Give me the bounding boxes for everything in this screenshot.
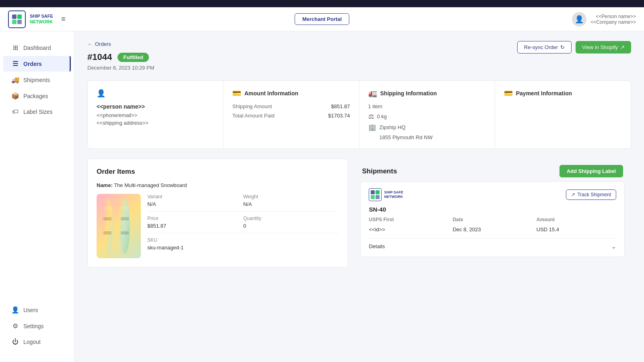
svg-rect-16 [376, 190, 380, 194]
total-amount-row: Total Amount Paid $1703.74 [232, 113, 350, 119]
layout: ⊞ Dashboard ☰ Orders 🚚 Shipments 📦 Packa… [0, 31, 644, 362]
sidebar-item-users[interactable]: 👤 Users [3, 302, 71, 318]
packages-icon: 📦 [11, 92, 19, 100]
chevron-down-icon[interactable]: ⌄ [611, 243, 616, 250]
sku-label: SKU [147, 237, 339, 243]
svg-rect-7 [103, 231, 111, 234]
sku-value: sku-managed-1 [147, 245, 339, 251]
sidebar-item-orders[interactable]: ☰ Orders [3, 56, 71, 72]
header-right: 👤 <<Person name>> <<Company name>> [572, 12, 636, 27]
shipment-table-row: <<id>> Dec 8, 2023 USD 15.4 [369, 226, 616, 232]
sidebar-item-packages[interactable]: 📦 Packages [3, 88, 71, 104]
svg-rect-18 [376, 195, 380, 199]
sidebar-item-settings[interactable]: ⚙ Settings [3, 318, 71, 334]
breadcrumb: ← Orders [87, 41, 154, 47]
customer-card-header: 👤 [97, 89, 214, 98]
svg-rect-12 [121, 231, 129, 234]
svg-rect-1 [17, 14, 22, 19]
name-label: Name: [97, 182, 113, 188]
customer-name: <<person name>> [97, 103, 214, 110]
track-icon: ↗ [571, 192, 575, 197]
weight-value: 0 kg [377, 113, 387, 119]
shipment-amount: USD 15.4 [537, 226, 616, 232]
shipments-header: Shipments Add Shipping Label [354, 158, 631, 181]
sidebar: ⊞ Dashboard ☰ Orders 🚚 Shipments 📦 Packa… [0, 31, 74, 362]
order-header: #1044 Fulfilled [87, 52, 154, 62]
sidebar-label-packages: Packages [23, 93, 48, 99]
variant-group: Variant N/A [147, 194, 243, 207]
svg-rect-6 [103, 217, 111, 220]
shipment-card-header: SHIP SAFE NETWORK ↗ Track Shipment [369, 188, 616, 201]
logout-icon: ⏻ [11, 338, 19, 346]
price-value: $851.87 [147, 223, 243, 229]
orders-icon: ☰ [11, 60, 19, 68]
sidebar-label-settings: Settings [23, 323, 44, 329]
shipping-amount-row: Shipping Amount $851.87 [232, 103, 350, 109]
weight-icon: ⚖ [368, 113, 374, 120]
logo-text: SHIP SAFE NETWORK [30, 14, 53, 24]
sidebar-item-shipments[interactable]: 🚚 Shipments [3, 72, 71, 88]
weight-group: Weight N/A [243, 194, 339, 207]
shipments-title: Shipments [362, 167, 397, 175]
bottom-layout: Order Items Name: The Multi-managed Snow… [87, 158, 631, 267]
svg-rect-2 [12, 20, 17, 24]
order-items-section: Order Items Name: The Multi-managed Snow… [87, 158, 348, 267]
shipping-amount-label: Shipping Amount [232, 103, 272, 109]
order-number: #1044 [87, 52, 112, 62]
customer-phone-email: <<phone/email>> [97, 112, 214, 118]
shipments-icon: 🚚 [11, 76, 19, 84]
sidebar-top: ⊞ Dashboard ☰ Orders 🚚 Shipments 📦 Packa… [0, 39, 74, 120]
resync-icon: ↻ [560, 44, 565, 50]
sidebar-item-label-sizes[interactable]: 🏷 Label Sizes [3, 104, 71, 119]
svg-rect-17 [371, 195, 375, 199]
sidebar-item-logout[interactable]: ⏻ Logout [3, 334, 71, 350]
variant-label: Variant [147, 194, 243, 200]
sidebar-item-dashboard[interactable]: ⊞ Dashboard [3, 40, 71, 56]
hamburger-menu[interactable]: ≡ [61, 15, 66, 23]
top-bar [0, 0, 644, 7]
sidebar-label-logout: Logout [23, 339, 41, 345]
shopify-button[interactable]: View in Shopify ↗ [576, 41, 631, 53]
shipment-date: Dec 8, 2023 [453, 226, 533, 232]
users-icon: 👤 [11, 306, 19, 314]
svg-rect-3 [17, 20, 22, 24]
variant-value: N/A [147, 201, 243, 207]
header: SHIP SAFE NETWORK ≡ Merchant Portal 👤 <<… [0, 7, 644, 31]
sku-group: SKU sku-managed-1 [147, 237, 339, 251]
weight-value: N/A [243, 201, 339, 207]
shipping-amount-value: $851.87 [331, 103, 350, 109]
payment-icon: 💳 [504, 89, 513, 98]
amount-info-card: 💳 Amount Information Shipping Amount $85… [223, 81, 359, 148]
shipments-section: Shipments Add Shipping Label [354, 158, 631, 267]
shipping-title: Shipping Information [380, 90, 437, 97]
shipping-icon: 🚛 [368, 89, 377, 98]
snowboard-svg [99, 195, 139, 257]
breadcrumb-orders-link[interactable]: Orders [95, 41, 111, 47]
sidebar-label-users: Users [23, 307, 38, 313]
merchant-portal-button[interactable]: Merchant Portal [295, 13, 349, 25]
shipment-id: SN-40 [369, 206, 616, 213]
shipment-card: SHIP SAFE NETWORK ↗ Track Shipment SN-40 [360, 181, 625, 257]
main-content: ← Orders #1044 Fulfilled December 8, 202… [74, 31, 644, 362]
shipment-table-header: USPS First Date Amount [369, 217, 616, 224]
quantity-value: 0 [243, 223, 339, 229]
item-name-row: Name: The Multi-managed Snowboard [97, 182, 339, 188]
amount-card-header: 💳 Amount Information [232, 89, 350, 98]
resync-button[interactable]: Re-sync Order ↻ [517, 41, 572, 53]
sidebar-label-dashboard: Dashboard [23, 45, 51, 51]
amount-title: Amount Information [244, 90, 298, 97]
page-content: ← Orders #1044 Fulfilled December 8, 202… [74, 31, 644, 277]
price-group: Price $851.87 [147, 216, 243, 229]
logo-icon [11, 14, 23, 25]
total-amount-value: $1703.74 [328, 113, 350, 119]
user-name: <<Person name>> [590, 14, 636, 19]
shipping-card-header: 🚛 Shipping Information [368, 89, 486, 98]
track-shipment-button[interactable]: ↗ Track Shipment [566, 189, 616, 200]
warehouse-icon: 🏢 [368, 123, 376, 131]
item-details: Variant N/A Weight N/A Price [147, 194, 339, 251]
status-badge: Fulfilled [118, 53, 149, 62]
shipping-weight: ⚖ 0 kg [368, 113, 486, 120]
add-shipping-label-button[interactable]: Add Shipping Label [559, 165, 623, 177]
shipping-warehouse: 🏢 Zipship HQ [368, 123, 486, 131]
quantity-label: Quantity [243, 216, 339, 221]
